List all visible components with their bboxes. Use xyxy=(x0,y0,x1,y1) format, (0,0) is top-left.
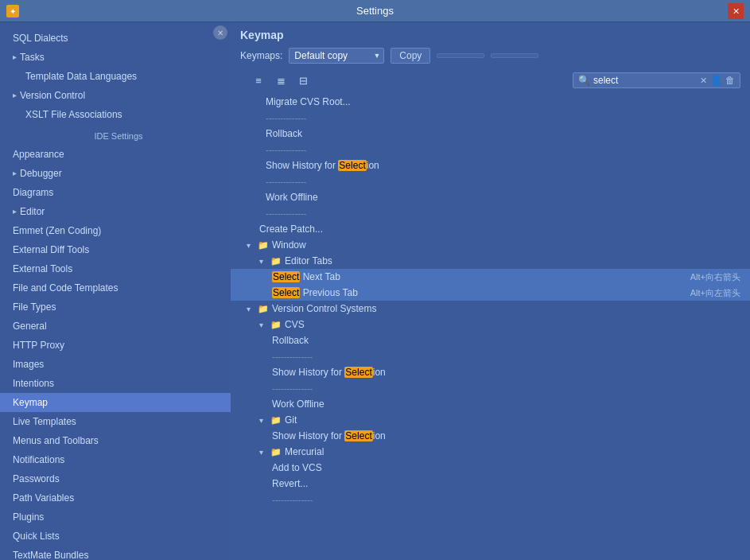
folder-icon: 📁 xyxy=(270,320,282,330)
keymap-item-select-prev-tab[interactable]: Select Previous TabAlt+向左箭头 xyxy=(231,285,750,301)
keymap-item-revert[interactable]: Revert... xyxy=(231,476,750,492)
keymap-item-sep1[interactable]: -------------- xyxy=(231,110,750,126)
keymap-item-show-history-select-1[interactable]: Show History for Selection xyxy=(231,158,750,173)
chevron-icon: ▾ xyxy=(259,416,267,425)
keymap-item-sep3[interactable]: -------------- xyxy=(231,173,750,189)
keymap-item-rollback2[interactable]: Rollback xyxy=(231,332,750,348)
search-clear-button[interactable]: ✕ xyxy=(700,76,707,86)
keymap-item-sep5[interactable]: -------------- xyxy=(231,348,750,364)
keymap-item-rollback1[interactable]: Rollback xyxy=(231,126,750,142)
keymap-item-cvs[interactable]: ▾📁CVS xyxy=(231,317,750,332)
page-title: Keymap xyxy=(231,22,750,45)
item-label: Window xyxy=(272,239,740,251)
sidebar-item-label: File and Code Templates xyxy=(13,281,119,295)
keymap-item-sep2[interactable]: -------------- xyxy=(231,142,750,158)
sidebar-item-label: Debugger xyxy=(20,166,62,181)
chevron-icon: ▾ xyxy=(259,448,267,457)
shortcut-badge: Alt+向左箭头 xyxy=(690,287,740,299)
sidebar-item-label: Notifications xyxy=(13,453,64,467)
sidebar-item-xslt-file-associations[interactable]: XSLT File Associations xyxy=(0,105,231,124)
sidebar-item-textmate-bundles[interactable]: TextMate Bundles xyxy=(0,546,231,560)
sidebar-item-template-data-languages[interactable]: Template Data Languages xyxy=(0,67,231,86)
delete-search-icon[interactable]: 🗑 xyxy=(725,75,735,86)
item-label: Show History for Selection xyxy=(266,160,740,171)
user-search-icon[interactable]: 👤 xyxy=(710,75,722,86)
keymap-item-vcs[interactable]: ▾📁Version Control Systems xyxy=(231,301,750,317)
keymap-item-select-next-tab[interactable]: Select Next TabAlt+向右箭头 xyxy=(231,269,750,285)
sidebar-item-diagrams[interactable]: Diagrams xyxy=(0,183,231,202)
sidebar-item-label: Path Variables xyxy=(13,491,74,505)
title-bar: ✦ Settings ✕ xyxy=(0,0,750,22)
item-label: Add to VCS xyxy=(272,462,740,473)
search-bar: 🔍 ✕ 👤 🗑 xyxy=(573,72,740,88)
item-label: Rollback xyxy=(272,335,740,346)
sidebar-item-editor[interactable]: ▸Editor xyxy=(0,202,231,221)
chevron-icon: ▾ xyxy=(259,321,267,329)
chevron-icon: ▾ xyxy=(247,241,255,250)
sidebar-item-sql-dialects[interactable]: SQL Dialects xyxy=(0,29,231,48)
arrow-icon: ▸ xyxy=(13,88,17,103)
keymap-item-show-history-select-2[interactable]: Show History for Selection xyxy=(231,364,750,380)
sidebar-item-general[interactable]: General xyxy=(0,317,231,336)
sidebar-item-live-templates[interactable]: Live Templates xyxy=(0,412,231,431)
sidebar-item-file-types[interactable]: File Types xyxy=(0,298,231,317)
sidebar-item-quick-lists[interactable]: Quick Lists xyxy=(0,527,231,546)
keymap-item-sep7[interactable]: -------------- xyxy=(231,492,750,508)
keymap-item-add-to-vcs[interactable]: Add to VCS xyxy=(231,460,750,476)
sidebar-item-keymap[interactable]: Keymap xyxy=(0,393,231,412)
keymap-item-window[interactable]: ▾📁Window xyxy=(231,237,750,253)
keymap-item-editor-tabs[interactable]: ▾📁Editor Tabs xyxy=(231,253,750,269)
copy-button[interactable]: Copy xyxy=(391,48,430,64)
filter-button[interactable]: ⊟ xyxy=(294,72,312,89)
keymap-item-work-offline[interactable]: Work Offline xyxy=(231,189,750,205)
sidebar-item-plugins[interactable]: Plugins xyxy=(0,508,231,527)
sidebar-item-passwords[interactable]: Passwords xyxy=(0,469,231,488)
sidebar-item-notifications[interactable]: Notifications xyxy=(0,450,231,469)
delete-button[interactable] xyxy=(491,53,538,58)
search-icon: 🔍 xyxy=(578,75,590,86)
sidebar-item-label: XSLT File Associations xyxy=(25,107,122,122)
sidebar-item-file-and-code-templates[interactable]: File and Code Templates xyxy=(0,278,231,298)
sidebar-item-label: Editor xyxy=(20,204,45,219)
keymap-item-create-patch[interactable]: Create Patch... xyxy=(231,221,750,237)
keymap-select[interactable]: Default copyDefaultEclipseEmacsNetBeans … xyxy=(289,48,384,64)
sidebar-item-version-control[interactable]: ▸Version Control xyxy=(0,86,231,105)
sidebar-item-external-tools[interactable]: External Tools xyxy=(0,259,231,278)
sidebar-item-label: Intentions xyxy=(13,376,54,391)
sidebar-item-label: General xyxy=(13,319,47,333)
sidebar-item-emmet[interactable]: Emmet (Zen Coding) xyxy=(0,221,231,240)
sidebar-item-label: Images xyxy=(13,357,44,371)
sidebar-item-label: Appearance xyxy=(13,147,64,161)
sidebar-item-debugger[interactable]: ▸Debugger xyxy=(0,164,231,183)
keymap-item-show-history-select-3[interactable]: Show History for Selection xyxy=(231,428,750,444)
item-label: Revert... xyxy=(272,478,740,489)
sidebar-item-menus-and-toolbars[interactable]: Menus and Toolbars xyxy=(0,431,231,450)
folder-icon: 📁 xyxy=(258,304,269,314)
keymap-item-sep4[interactable]: -------------- xyxy=(231,205,750,221)
sidebar-item-tasks[interactable]: ▸Tasks xyxy=(0,48,231,67)
search-input[interactable] xyxy=(593,75,697,86)
keymap-item-sep6[interactable]: -------------- xyxy=(231,380,750,396)
sidebar-item-label: Menus and Toolbars xyxy=(13,434,99,448)
sidebar: ✕ SQL Dialects▸TasksTemplate Data Langua… xyxy=(0,22,231,560)
folder-icon: 📁 xyxy=(270,415,282,426)
keymap-item-git[interactable]: ▾📁Git xyxy=(231,412,750,428)
sidebar-item-images[interactable]: Images xyxy=(0,355,231,374)
sidebar-item-label: Diagrams xyxy=(13,185,53,200)
keymap-item-mercurial[interactable]: ▾📁Mercurial xyxy=(231,444,750,460)
sidebar-item-appearance[interactable]: Appearance xyxy=(0,145,231,164)
sidebar-item-intentions[interactable]: Intentions xyxy=(0,374,231,393)
keymap-item-migrate-cvs[interactable]: Migrate CVS Root... xyxy=(231,94,750,110)
arrow-icon: ▸ xyxy=(13,166,17,181)
close-button[interactable]: ✕ xyxy=(728,3,744,19)
separator-line: -------------- xyxy=(266,113,306,122)
keymap-item-work-offline2[interactable]: Work Offline xyxy=(231,396,750,412)
sidebar-close-button[interactable]: ✕ xyxy=(213,25,227,40)
collapse-all-button[interactable]: ≣ xyxy=(272,72,290,89)
rename-button[interactable] xyxy=(437,53,484,58)
sidebar-item-path-variables[interactable]: Path Variables xyxy=(0,488,231,508)
expand-all-button[interactable]: ≡ xyxy=(250,72,267,89)
sidebar-item-http-proxy[interactable]: HTTP Proxy xyxy=(0,336,231,355)
sidebar-item-external-diff-tools[interactable]: External Diff Tools xyxy=(0,240,231,259)
icon-toolbar: ≡ ≣ ⊟ xyxy=(240,68,321,92)
